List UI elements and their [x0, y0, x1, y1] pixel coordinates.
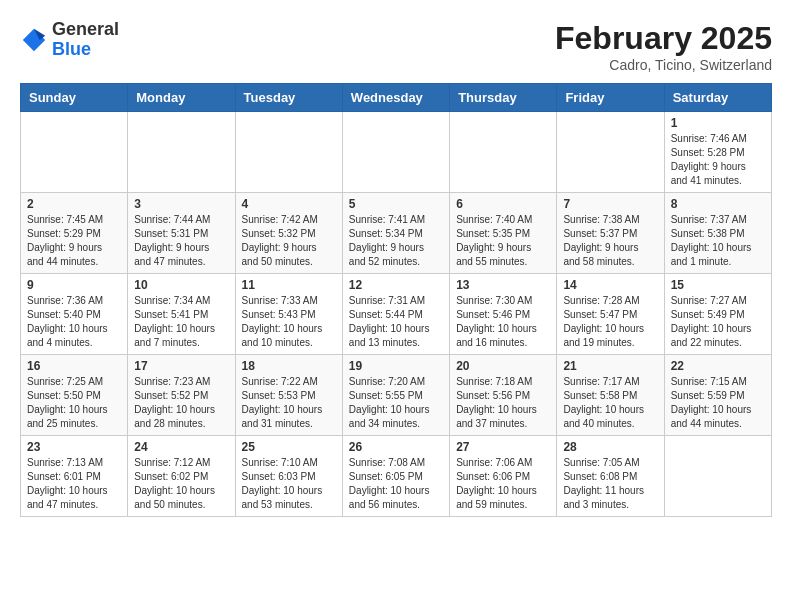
calendar-cell: 18Sunrise: 7:22 AM Sunset: 5:53 PM Dayli… — [235, 355, 342, 436]
calendar-cell: 17Sunrise: 7:23 AM Sunset: 5:52 PM Dayli… — [128, 355, 235, 436]
day-info: Sunrise: 7:38 AM Sunset: 5:37 PM Dayligh… — [563, 213, 657, 269]
day-number: 2 — [27, 197, 121, 211]
calendar-cell: 24Sunrise: 7:12 AM Sunset: 6:02 PM Dayli… — [128, 436, 235, 517]
week-row-4: 16Sunrise: 7:25 AM Sunset: 5:50 PM Dayli… — [21, 355, 772, 436]
weekday-header-friday: Friday — [557, 84, 664, 112]
calendar-table: SundayMondayTuesdayWednesdayThursdayFrid… — [20, 83, 772, 517]
calendar-cell: 14Sunrise: 7:28 AM Sunset: 5:47 PM Dayli… — [557, 274, 664, 355]
day-info: Sunrise: 7:36 AM Sunset: 5:40 PM Dayligh… — [27, 294, 121, 350]
day-info: Sunrise: 7:27 AM Sunset: 5:49 PM Dayligh… — [671, 294, 765, 350]
day-number: 10 — [134, 278, 228, 292]
day-info: Sunrise: 7:46 AM Sunset: 5:28 PM Dayligh… — [671, 132, 765, 188]
day-number: 26 — [349, 440, 443, 454]
day-number: 17 — [134, 359, 228, 373]
weekday-header-wednesday: Wednesday — [342, 84, 449, 112]
day-number: 4 — [242, 197, 336, 211]
calendar-cell: 22Sunrise: 7:15 AM Sunset: 5:59 PM Dayli… — [664, 355, 771, 436]
day-number: 3 — [134, 197, 228, 211]
day-number: 24 — [134, 440, 228, 454]
calendar-cell: 20Sunrise: 7:18 AM Sunset: 5:56 PM Dayli… — [450, 355, 557, 436]
day-number: 13 — [456, 278, 550, 292]
logo: General Blue — [20, 20, 119, 60]
calendar-cell: 5Sunrise: 7:41 AM Sunset: 5:34 PM Daylig… — [342, 193, 449, 274]
calendar-cell — [235, 112, 342, 193]
day-number: 14 — [563, 278, 657, 292]
calendar-cell: 1Sunrise: 7:46 AM Sunset: 5:28 PM Daylig… — [664, 112, 771, 193]
day-info: Sunrise: 7:15 AM Sunset: 5:59 PM Dayligh… — [671, 375, 765, 431]
calendar-cell: 28Sunrise: 7:05 AM Sunset: 6:08 PM Dayli… — [557, 436, 664, 517]
day-number: 7 — [563, 197, 657, 211]
week-row-2: 2Sunrise: 7:45 AM Sunset: 5:29 PM Daylig… — [21, 193, 772, 274]
week-row-5: 23Sunrise: 7:13 AM Sunset: 6:01 PM Dayli… — [21, 436, 772, 517]
calendar-cell: 11Sunrise: 7:33 AM Sunset: 5:43 PM Dayli… — [235, 274, 342, 355]
day-number: 22 — [671, 359, 765, 373]
day-number: 16 — [27, 359, 121, 373]
day-info: Sunrise: 7:18 AM Sunset: 5:56 PM Dayligh… — [456, 375, 550, 431]
weekday-header-row: SundayMondayTuesdayWednesdayThursdayFrid… — [21, 84, 772, 112]
day-info: Sunrise: 7:05 AM Sunset: 6:08 PM Dayligh… — [563, 456, 657, 512]
calendar-cell — [342, 112, 449, 193]
day-info: Sunrise: 7:37 AM Sunset: 5:38 PM Dayligh… — [671, 213, 765, 269]
day-info: Sunrise: 7:20 AM Sunset: 5:55 PM Dayligh… — [349, 375, 443, 431]
calendar-cell: 10Sunrise: 7:34 AM Sunset: 5:41 PM Dayli… — [128, 274, 235, 355]
day-number: 19 — [349, 359, 443, 373]
calendar-cell: 19Sunrise: 7:20 AM Sunset: 5:55 PM Dayli… — [342, 355, 449, 436]
weekday-header-sunday: Sunday — [21, 84, 128, 112]
day-info: Sunrise: 7:40 AM Sunset: 5:35 PM Dayligh… — [456, 213, 550, 269]
day-number: 20 — [456, 359, 550, 373]
calendar-cell: 25Sunrise: 7:10 AM Sunset: 6:03 PM Dayli… — [235, 436, 342, 517]
calendar-cell: 21Sunrise: 7:17 AM Sunset: 5:58 PM Dayli… — [557, 355, 664, 436]
day-number: 25 — [242, 440, 336, 454]
day-info: Sunrise: 7:17 AM Sunset: 5:58 PM Dayligh… — [563, 375, 657, 431]
calendar-cell: 27Sunrise: 7:06 AM Sunset: 6:06 PM Dayli… — [450, 436, 557, 517]
day-info: Sunrise: 7:10 AM Sunset: 6:03 PM Dayligh… — [242, 456, 336, 512]
weekday-header-tuesday: Tuesday — [235, 84, 342, 112]
day-info: Sunrise: 7:44 AM Sunset: 5:31 PM Dayligh… — [134, 213, 228, 269]
day-info: Sunrise: 7:06 AM Sunset: 6:06 PM Dayligh… — [456, 456, 550, 512]
day-number: 15 — [671, 278, 765, 292]
calendar-cell: 16Sunrise: 7:25 AM Sunset: 5:50 PM Dayli… — [21, 355, 128, 436]
day-number: 1 — [671, 116, 765, 130]
month-year: February 2025 — [555, 20, 772, 57]
day-info: Sunrise: 7:08 AM Sunset: 6:05 PM Dayligh… — [349, 456, 443, 512]
day-number: 21 — [563, 359, 657, 373]
calendar-cell: 23Sunrise: 7:13 AM Sunset: 6:01 PM Dayli… — [21, 436, 128, 517]
calendar-cell — [128, 112, 235, 193]
logo-icon — [20, 26, 48, 54]
weekday-header-monday: Monday — [128, 84, 235, 112]
calendar-cell: 26Sunrise: 7:08 AM Sunset: 6:05 PM Dayli… — [342, 436, 449, 517]
day-info: Sunrise: 7:13 AM Sunset: 6:01 PM Dayligh… — [27, 456, 121, 512]
logo-text: General Blue — [52, 20, 119, 60]
day-info: Sunrise: 7:41 AM Sunset: 5:34 PM Dayligh… — [349, 213, 443, 269]
weekday-header-thursday: Thursday — [450, 84, 557, 112]
svg-marker-0 — [23, 29, 45, 51]
day-info: Sunrise: 7:31 AM Sunset: 5:44 PM Dayligh… — [349, 294, 443, 350]
calendar-cell: 8Sunrise: 7:37 AM Sunset: 5:38 PM Daylig… — [664, 193, 771, 274]
weekday-header-saturday: Saturday — [664, 84, 771, 112]
day-number: 6 — [456, 197, 550, 211]
day-info: Sunrise: 7:23 AM Sunset: 5:52 PM Dayligh… — [134, 375, 228, 431]
day-info: Sunrise: 7:28 AM Sunset: 5:47 PM Dayligh… — [563, 294, 657, 350]
logo-line1: General — [52, 20, 119, 40]
week-row-1: 1Sunrise: 7:46 AM Sunset: 5:28 PM Daylig… — [21, 112, 772, 193]
calendar-cell: 2Sunrise: 7:45 AM Sunset: 5:29 PM Daylig… — [21, 193, 128, 274]
day-number: 28 — [563, 440, 657, 454]
page-header: General Blue February 2025 Cadro, Ticino… — [20, 20, 772, 73]
calendar-cell: 13Sunrise: 7:30 AM Sunset: 5:46 PM Dayli… — [450, 274, 557, 355]
calendar-cell — [21, 112, 128, 193]
calendar-cell: 6Sunrise: 7:40 AM Sunset: 5:35 PM Daylig… — [450, 193, 557, 274]
day-info: Sunrise: 7:12 AM Sunset: 6:02 PM Dayligh… — [134, 456, 228, 512]
calendar-cell: 12Sunrise: 7:31 AM Sunset: 5:44 PM Dayli… — [342, 274, 449, 355]
calendar-cell: 15Sunrise: 7:27 AM Sunset: 5:49 PM Dayli… — [664, 274, 771, 355]
day-info: Sunrise: 7:33 AM Sunset: 5:43 PM Dayligh… — [242, 294, 336, 350]
calendar-cell: 3Sunrise: 7:44 AM Sunset: 5:31 PM Daylig… — [128, 193, 235, 274]
day-number: 18 — [242, 359, 336, 373]
day-info: Sunrise: 7:25 AM Sunset: 5:50 PM Dayligh… — [27, 375, 121, 431]
location: Cadro, Ticino, Switzerland — [555, 57, 772, 73]
day-number: 27 — [456, 440, 550, 454]
day-number: 23 — [27, 440, 121, 454]
day-number: 12 — [349, 278, 443, 292]
day-info: Sunrise: 7:34 AM Sunset: 5:41 PM Dayligh… — [134, 294, 228, 350]
calendar-cell: 4Sunrise: 7:42 AM Sunset: 5:32 PM Daylig… — [235, 193, 342, 274]
day-info: Sunrise: 7:42 AM Sunset: 5:32 PM Dayligh… — [242, 213, 336, 269]
